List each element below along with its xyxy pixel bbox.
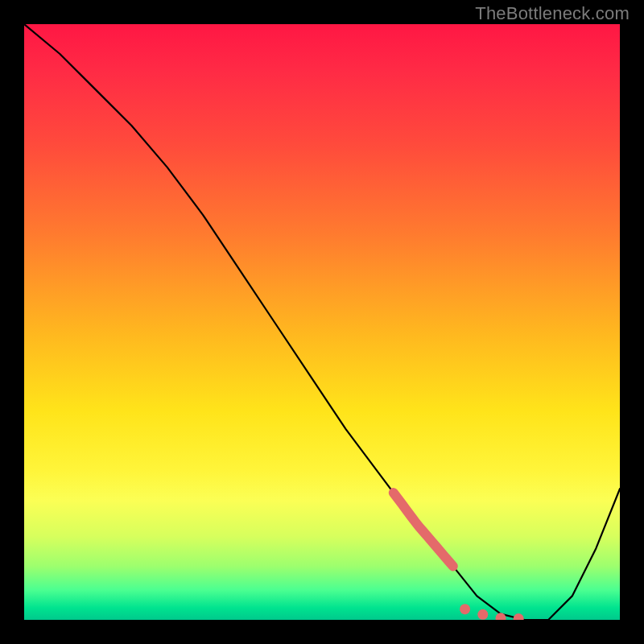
- highlight-dot: [477, 609, 488, 620]
- highlight-dot: [460, 604, 470, 614]
- highlight-dash: [394, 493, 453, 566]
- bottleneck-curve: [24, 24, 620, 620]
- curve-layer: [24, 24, 620, 620]
- chart-frame: TheBottleneck.com: [0, 0, 644, 644]
- plot-area: [24, 24, 620, 620]
- watermark-text: TheBottleneck.com: [475, 3, 630, 24]
- highlight-dot: [514, 613, 524, 620]
